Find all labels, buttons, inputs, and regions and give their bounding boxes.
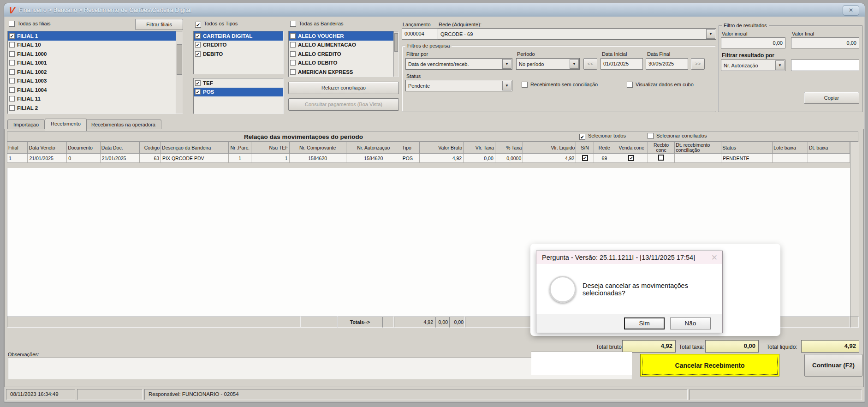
chevron-down-icon[interactable]: ▼ (570, 59, 579, 69)
table-cell[interactable]: 21/01/2025 (100, 154, 139, 163)
column-header[interactable]: Codigo (139, 142, 161, 154)
movimentacoes-table[interactable]: FilialData VenctoDocumentoData Doc.Codig… (7, 142, 850, 163)
filtrar-por-combobox[interactable]: Data de vencimento/receb.▼ (405, 58, 512, 70)
checked-checkbox-icon[interactable]: ✔ (582, 155, 588, 161)
checkbox-icon[interactable] (290, 21, 296, 27)
checkbox-icon[interactable]: ✔ (195, 51, 201, 57)
bandeiras-listbox[interactable]: ALELO VOUCHERALELO ALIMENTACAOALELO CRED… (288, 31, 399, 77)
filiais-scrollbar[interactable] (176, 31, 183, 114)
filial-item[interactable]: ✔FILIAL 1 (8, 31, 182, 41)
column-header[interactable]: Recbto conc (648, 142, 675, 154)
selecionar-todos-checkbox[interactable]: ✔Selecionar todos (579, 133, 626, 140)
column-header[interactable]: Lote baixa (773, 142, 808, 154)
table-cell[interactable] (675, 154, 721, 163)
tipo-item[interactable]: ✔CREDITO (194, 41, 283, 50)
selecionar-conciliados-checkbox[interactable]: Selecionar conciliados (648, 133, 707, 139)
column-header[interactable]: % Taxa (495, 142, 523, 154)
filial-item[interactable]: FILIAL 11 (8, 95, 182, 104)
table-cell[interactable]: 0,0000 (495, 154, 523, 163)
table-cell[interactable]: 1 (7, 154, 28, 163)
table-cell[interactable]: 1584620 (346, 154, 401, 163)
filiais-listbox[interactable]: ✔FILIAL 1FILIAL 10FILIAL 1000FILIAL 1001… (7, 31, 183, 114)
bandeira-item[interactable]: AMERICAN EXPRESS (289, 67, 398, 77)
canal-item[interactable]: ✔TEF (194, 78, 283, 88)
tipos-listbox[interactable]: ✔CARTEIRA DIGITAL✔CREDITO✔DEBITO (193, 31, 284, 74)
column-header[interactable]: Descrição da Bandeira (161, 142, 229, 154)
filtrar-filiais-button[interactable]: Filtrar filiais (135, 19, 183, 30)
checkbox-icon[interactable]: ✔ (579, 134, 585, 140)
column-header[interactable]: Nr. Comprovante (289, 142, 346, 154)
checked-checkbox-icon[interactable]: ✔ (628, 155, 634, 161)
table-cell[interactable] (808, 154, 850, 163)
table-cell[interactable]: 0,00 (464, 154, 495, 163)
filial-item[interactable]: FILIAL 1001 (8, 59, 182, 68)
table-cell[interactable]: 0 (67, 154, 101, 163)
checkbox-icon[interactable] (9, 87, 15, 93)
table-cell[interactable] (773, 154, 808, 163)
filial-item[interactable]: FILIAL 1002 (8, 67, 182, 77)
filial-item[interactable]: FILIAL 1000 (8, 49, 182, 59)
filial-item[interactable]: FILIAL 1004 (8, 85, 182, 95)
table-cell[interactable]: 69 (594, 154, 615, 163)
column-header[interactable]: Nr. Autorização (346, 142, 401, 154)
column-header[interactable]: Venda conc (615, 142, 648, 154)
visualizar-cubo-checkbox[interactable]: Visualizar dados em cubo (627, 82, 694, 88)
table-cell[interactable]: ✔ (615, 154, 648, 163)
column-header[interactable]: Nr .Parc. (229, 142, 251, 154)
column-header[interactable]: Vlr. Liquido (523, 142, 576, 154)
bandeira-item[interactable]: ALELO VOUCHER (289, 31, 398, 41)
checkbox-icon[interactable] (627, 82, 633, 88)
table-cell[interactable] (648, 154, 675, 163)
column-header[interactable]: Status (721, 142, 773, 154)
checkbox-icon[interactable] (648, 133, 654, 139)
column-header[interactable]: Dt. recebimento conciliação (675, 142, 721, 154)
checkbox-icon[interactable]: ✔ (195, 42, 201, 48)
checkbox-icon[interactable]: ✔ (195, 80, 201, 86)
table-cell[interactable]: POS (401, 154, 419, 163)
table-cell[interactable]: 1 (251, 154, 289, 163)
column-header[interactable]: Documento (67, 142, 101, 154)
rede-combobox[interactable]: QRCODE - 69 ▼ (438, 28, 716, 40)
all-bandeiras-checkbox[interactable]: Todas as Bandeiras (290, 21, 344, 27)
bandeiras-scrollbar-thumb[interactable] (394, 33, 398, 52)
checkbox-icon[interactable] (9, 21, 15, 27)
chevron-down-icon[interactable]: ▼ (706, 29, 715, 39)
checkbox-icon[interactable] (9, 105, 15, 111)
table-cell[interactable]: 21/01/2025 (28, 154, 67, 163)
column-header[interactable]: Data Vencto (28, 142, 67, 154)
table-cell[interactable]: 1 (229, 154, 251, 163)
continuar-button[interactable]: Continuar (F2) (804, 354, 862, 377)
table-cell[interactable]: PENDENTE (721, 154, 773, 163)
checkbox-icon[interactable] (9, 51, 15, 57)
checkbox-icon[interactable]: ✔ (195, 33, 201, 39)
filtrar-resultado-combobox[interactable]: Nr. Autorização▼ (721, 60, 785, 71)
column-header[interactable]: Tipo (401, 142, 419, 154)
table-cell[interactable]: 4,92 (420, 154, 464, 163)
tipo-item[interactable]: ✔CARTEIRA DIGITAL (194, 31, 283, 41)
checkbox-icon[interactable] (290, 42, 296, 48)
periodo-combobox[interactable]: No período▼ (516, 58, 580, 70)
column-header[interactable]: Filial (7, 142, 28, 154)
checkbox-icon[interactable] (290, 60, 296, 66)
checkbox-icon[interactable]: ✔ (195, 89, 201, 95)
table-cell[interactable]: 1584620 (289, 154, 346, 163)
dialog-close-icon[interactable]: ✕ (711, 253, 718, 263)
checkbox-icon[interactable] (9, 60, 15, 66)
column-header[interactable]: Rede (594, 142, 615, 154)
cancelar-recebimento-button[interactable]: Cancelar Recebimento (640, 354, 779, 377)
recebimento-sem-conciliacao-checkbox[interactable]: Recebimento sem conciliação (522, 82, 598, 88)
window-close-button[interactable]: ✕ (843, 5, 859, 16)
table-cell[interactable]: 4,92 (523, 154, 576, 163)
column-header[interactable]: Data Doc. (100, 142, 139, 154)
table-cell[interactable]: 63 (139, 154, 161, 163)
sim-button[interactable]: Sim (624, 317, 665, 329)
column-header[interactable]: Dt. baixa (808, 142, 850, 154)
grid-scrollbar[interactable] (850, 142, 859, 318)
filiais-scrollbar-thumb[interactable] (177, 44, 182, 75)
canal-item[interactable]: ✔POS (194, 88, 283, 97)
chevron-down-icon[interactable]: ▼ (775, 60, 785, 70)
observacoes-overlay-field[interactable] (531, 352, 632, 375)
copiar-button[interactable]: Copiar (804, 92, 859, 104)
bandeira-item[interactable]: ALELO DEBITO (289, 59, 398, 68)
all-filiais-checkbox[interactable]: Todas as filiais (9, 21, 51, 27)
